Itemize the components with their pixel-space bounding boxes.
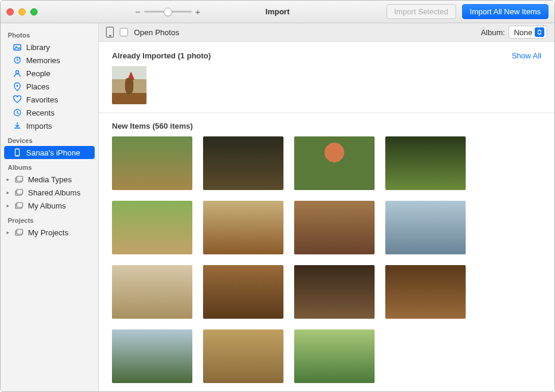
- album-icon: [14, 175, 24, 184]
- sidebar-item-places[interactable]: Places: [1, 80, 98, 93]
- sidebar-item-label: Favorites: [26, 95, 58, 104]
- window-titlebar: − + Import Import Selected Import All Ne…: [1, 1, 554, 23]
- sidebar-item-my-projects[interactable]: ▸ My Projects: [1, 226, 98, 239]
- zoom-thumb[interactable]: [164, 8, 172, 16]
- svg-rect-15: [17, 229, 23, 234]
- recents-icon: [13, 108, 22, 117]
- sidebar-item-people[interactable]: People: [1, 67, 98, 80]
- photo-thumbnail[interactable]: [385, 201, 466, 254]
- already-imported-header: Already Imported (1 photo) Show All: [112, 51, 541, 60]
- section-divider: [99, 113, 554, 113]
- album-icon: [14, 188, 24, 197]
- sidebar-item-label: Shared Albums: [28, 188, 80, 197]
- open-photos-label: Open Photos: [134, 28, 179, 37]
- sidebar-item-label: Media Types: [28, 175, 71, 184]
- disclosure-triangle-icon[interactable]: ▸: [7, 189, 11, 195]
- people-icon: [13, 69, 22, 78]
- zoom-track[interactable]: [144, 11, 192, 13]
- sidebar-item-imports[interactable]: Imports: [1, 119, 98, 132]
- already-imported-title: Already Imported (1 photo): [112, 51, 211, 60]
- source-list-sidebar: Photos Library Memories People Places Fa…: [1, 23, 99, 391]
- photo-thumbnail[interactable]: [203, 201, 283, 254]
- zoom-in-icon: +: [195, 7, 201, 17]
- sidebar-item-my-albums[interactable]: ▸ My Albums: [1, 199, 98, 212]
- imports-icon: [13, 121, 22, 130]
- import-scroll-area[interactable]: Already Imported (1 photo) Show All New …: [99, 42, 554, 391]
- photo-thumbnail[interactable]: [112, 265, 192, 319]
- already-imported-grid: [112, 66, 541, 104]
- fullscreen-window-button[interactable]: [30, 8, 38, 15]
- photo-thumbnail[interactable]: [294, 201, 375, 254]
- photo-thumbnail[interactable]: [112, 329, 192, 383]
- sidebar-item-recents[interactable]: Recents: [1, 106, 98, 119]
- iphone-icon: [13, 148, 22, 157]
- photo-thumbnail[interactable]: [294, 329, 375, 383]
- new-items-header: New Items (560 items): [112, 122, 541, 130]
- sidebar-item-favorites[interactable]: Favorites: [1, 93, 98, 106]
- photo-thumbnail[interactable]: [112, 201, 192, 254]
- photo-thumbnail[interactable]: [112, 66, 146, 104]
- photo-thumbnail[interactable]: [112, 136, 192, 190]
- disclosure-triangle-icon[interactable]: ▸: [7, 176, 11, 182]
- sidebar-item-shared-albums[interactable]: ▸ Shared Albums: [1, 186, 98, 199]
- svg-rect-7: [17, 155, 18, 155]
- sidebar-item-label: Recents: [26, 108, 55, 117]
- photo-thumbnail[interactable]: [203, 265, 283, 319]
- photo-thumbnail[interactable]: [385, 265, 466, 319]
- svg-point-3: [16, 71, 19, 74]
- new-items-title: New Items (560 items): [112, 122, 193, 130]
- disclosure-triangle-icon[interactable]: ▸: [7, 229, 11, 235]
- minimize-window-button[interactable]: [18, 8, 26, 15]
- new-items-grid: [112, 136, 541, 383]
- sidebar-item-label: My Albums: [28, 201, 66, 210]
- device-icon: [106, 27, 114, 38]
- photo-thumbnail[interactable]: [203, 329, 283, 383]
- sidebar-item-memories[interactable]: Memories: [1, 54, 98, 67]
- library-icon: [13, 42, 22, 52]
- svg-rect-13: [17, 203, 23, 207]
- svg-point-4: [17, 85, 18, 87]
- import-main-pane: Open Photos Album: None Already Imported…: [99, 23, 554, 391]
- sidebar-item-label: My Projects: [28, 228, 68, 237]
- svg-rect-11: [17, 189, 23, 194]
- places-icon: [13, 82, 22, 91]
- favorites-icon: [13, 95, 22, 104]
- svg-rect-9: [17, 176, 23, 181]
- sidebar-item-device-iphone[interactable]: Sanaa's iPhone: [4, 146, 95, 159]
- album-selected-value: None: [514, 28, 532, 37]
- show-all-link[interactable]: Show All: [512, 51, 541, 60]
- thumbnail-zoom-slider[interactable]: − +: [135, 7, 201, 17]
- sidebar-section-devices: Devices: [1, 132, 98, 146]
- sidebar-section-projects: Projects: [1, 212, 98, 226]
- sidebar-item-label: Memories: [26, 56, 60, 65]
- photo-thumbnail[interactable]: [294, 265, 375, 319]
- sidebar-item-label: People: [26, 69, 50, 78]
- sidebar-section-photos: Photos: [1, 27, 98, 41]
- memories-icon: [13, 55, 22, 65]
- import-all-button[interactable]: Import All New Items: [462, 4, 548, 19]
- album-icon: [14, 201, 24, 210]
- album-popup-button[interactable]: None: [509, 26, 547, 39]
- sidebar-item-label: Sanaa's iPhone: [26, 148, 80, 157]
- close-window-button[interactable]: [7, 8, 14, 15]
- sidebar-item-label: Imports: [26, 122, 52, 130]
- open-photos-checkbox[interactable]: [120, 28, 128, 36]
- disclosure-triangle-icon[interactable]: ▸: [7, 203, 11, 209]
- sidebar-item-label: Places: [26, 82, 49, 91]
- sidebar-item-library[interactable]: Library: [1, 41, 98, 54]
- zoom-out-icon: −: [135, 7, 141, 17]
- sidebar-section-albums: Albums: [1, 159, 98, 173]
- window-controls: [7, 8, 38, 15]
- import-selected-button: Import Selected: [386, 4, 456, 19]
- album-label: Album:: [481, 28, 504, 37]
- sidebar-item-label: Library: [26, 43, 50, 52]
- album-icon: [14, 228, 24, 237]
- sidebar-item-media-types[interactable]: ▸ Media Types: [1, 173, 98, 186]
- photo-thumbnail[interactable]: [385, 136, 466, 190]
- photo-thumbnail[interactable]: [294, 136, 375, 190]
- chevrons-icon: [535, 27, 544, 37]
- photo-thumbnail[interactable]: [203, 136, 283, 190]
- import-options-bar: Open Photos Album: None: [99, 23, 554, 42]
